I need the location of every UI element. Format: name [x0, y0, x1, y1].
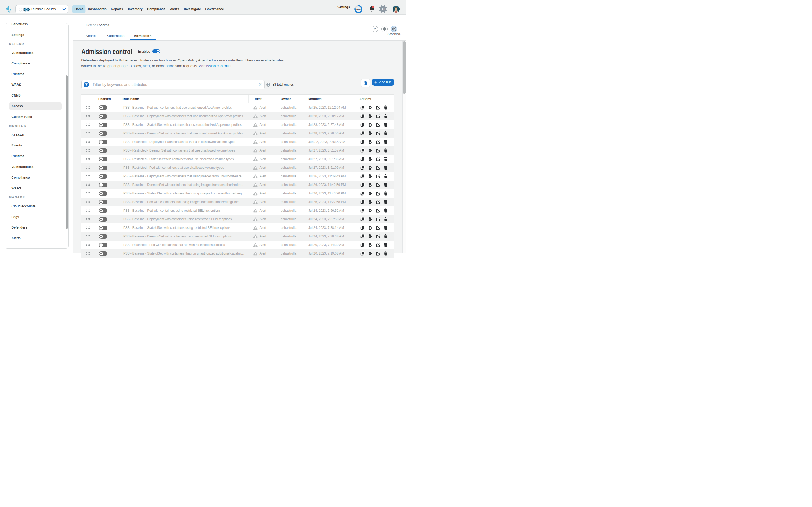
svg-text:AI: AI: [382, 8, 385, 11]
svg-text:?: ?: [374, 27, 376, 31]
svg-text:78%: 78%: [356, 8, 361, 11]
